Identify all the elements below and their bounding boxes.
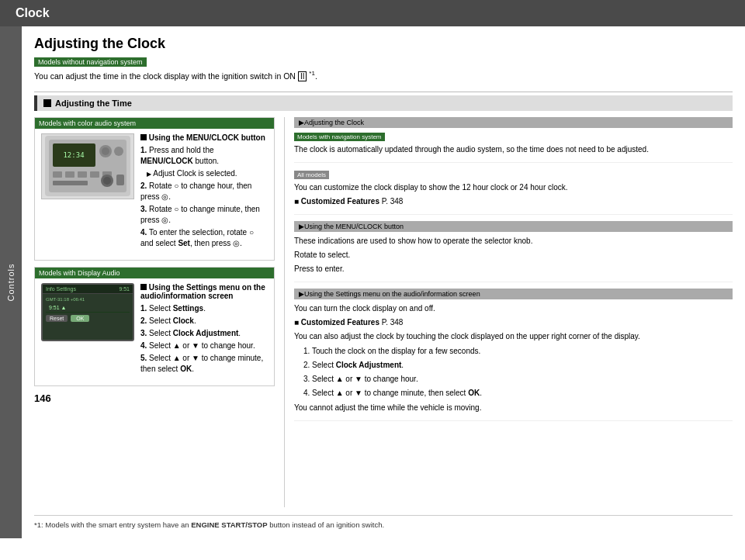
menu-clock-block: These indications are used to show how t… [294,235,733,282]
list-item: Adjust Clock is selected. [140,168,268,179]
menu-clock-text3: Press to enter. [294,263,733,275]
display-audio-heading: Using the Settings menu on the audio/inf… [140,283,268,300]
menu-clock-text2: Rotate to select. [294,249,733,261]
list-item: 5. Select ▲ or ▼ to change minute, then … [140,353,268,375]
nav-system-badge: Models with navigation system [294,133,385,141]
list-item: 2. Select Clock. [140,316,268,327]
left-column: Models with color audio system 12:3 [34,117,275,508]
black-square-icon [43,99,51,107]
display-audio-row: Info Settings 9:51 GMT-31:18 +06:41 9:51… [41,283,268,376]
svg-rect-15 [116,175,124,185]
settings-menu-header: ▶Using the Settings menu on the audio/in… [294,289,733,299]
list-item: 4. Select ▲ or ▼ to change minute, then … [303,387,733,399]
svg-rect-12 [53,181,88,185]
adjusting-clock-header: ▶Adjusting the Clock [294,117,733,128]
display-audio-step-list: 1. Select Settings. 2. Select Clock. 3. … [140,303,268,375]
nav-system-text: The clock is automatically updated throu… [294,143,733,155]
main-content: Adjusting the Clock Models without navig… [22,26,745,538]
ignition-icon: II [298,71,307,81]
color-audio-heading: Using the MENU/CLOCK button [140,133,268,142]
footnote-ref: *1 [309,70,315,77]
color-audio-step-list: 1. Press and hold the MENU/CLOCK button.… [140,145,268,249]
page-header: Clock [0,0,745,26]
reset-btn: Reset [46,315,68,322]
list-item: 1. Press and hold the MENU/CLOCK button. [140,145,268,167]
sidebar-label: Controls [6,264,16,302]
svg-text:12:34: 12:34 [63,151,84,159]
display-audio-badge: Models with Display Audio [35,268,274,278]
adjusting-time-heading: Adjusting the Time [34,95,733,111]
menu-clock-header: ▶Using the MENU/CLOCK button [294,221,733,232]
ok-btn: OK [71,315,89,322]
color-audio-content: 12:34 [35,129,274,260]
bullet-square2 [140,284,147,290]
display-audio-content: Info Settings 9:51 GMT-31:18 +06:41 9:51… [35,278,274,385]
right-column: ▶Adjusting the Clock Models with navigat… [284,117,733,508]
svg-rect-7 [53,171,62,178]
bullet-square [140,134,147,140]
settings-customized: ■ Customized Features P. 348 [294,316,733,328]
display-audio-steps: Using the Settings menu on the audio/inf… [140,283,268,376]
radio-svg: 12:34 [45,136,130,196]
settings-steps-list: 1. Touch the clock on the display for a … [294,345,733,399]
color-audio-block: Models with color audio system 12:3 [34,117,275,261]
footnote: *1: Models with the smart entry system h… [34,515,733,529]
svg-point-14 [103,177,111,185]
settings-para3: You cannot adjust the time while the veh… [294,402,733,413]
customized-features-link: ■ Customized Features P. 348 [294,195,733,207]
header-title: Clock [16,6,50,19]
list-item: 4. Select ▲ or ▼ to change hour. [140,340,268,351]
svg-point-5 [102,147,109,155]
color-audio-badge: Models with color audio system [35,118,274,129]
list-item: 4. To enter the selection, rotate ○ and … [140,227,268,249]
list-item: 2. Select Clock Adjustment. [303,359,733,371]
list-item: 1. Touch the clock on the display for a … [303,345,733,357]
settings-para2: You can also adjust the clock by touchin… [294,330,733,342]
screen-menu-item: 9:51 ▲ [46,303,130,313]
svg-rect-8 [65,171,74,178]
divider [34,92,733,92]
all-models-block: All models You can customize the clock d… [294,169,733,215]
list-item: 3. Select Clock Adjustment. [140,328,268,339]
intro-badge: Models without navigation system [34,57,147,67]
settings-menu-block: You can turn the clock display on and of… [294,302,733,421]
intro-text: You can adjust the time in the clock dis… [34,70,733,81]
nav-system-block: Models with navigation system The clock … [294,131,733,163]
intro-section: Models without navigation system You can… [34,57,733,88]
menu-clock-text1: These indications are used to show how t… [294,235,733,247]
all-models-text: You can customize the clock display to s… [294,181,733,193]
display-screen-image: Info Settings 9:51 GMT-31:18 +06:41 9:51… [41,283,134,341]
svg-rect-10 [90,171,99,178]
two-col-layout: Models with color audio system 12:3 [34,117,733,508]
svg-point-6 [114,147,123,156]
color-audio-row: 12:34 [41,133,268,251]
sidebar: Controls [0,26,22,538]
svg-rect-9 [78,171,87,178]
list-item: 1. Select Settings. [140,303,268,314]
page-title: Adjusting the Clock [34,36,733,52]
list-item: 3. Rotate ○ to change minute, then press… [140,204,268,226]
page-number: 146 [34,392,275,404]
list-item: 2. Rotate ○ to change hour, then press ◎… [140,181,268,202]
screen-topbar: Info Settings 9:51 [43,285,133,294]
settings-para1: You can turn the clock display on and of… [294,302,733,314]
radio-image: 12:34 [41,133,134,199]
all-models-badge: All models [294,171,329,179]
screen-content: GMT-31:18 +06:41 9:51 ▲ Reset OK [43,294,133,325]
list-item: 3. Select ▲ or ▼ to change hour. [303,373,733,385]
display-audio-block: Models with Display Audio Info Settings … [34,267,275,386]
color-audio-steps: Using the MENU/CLOCK button 1. Press and… [140,133,268,251]
